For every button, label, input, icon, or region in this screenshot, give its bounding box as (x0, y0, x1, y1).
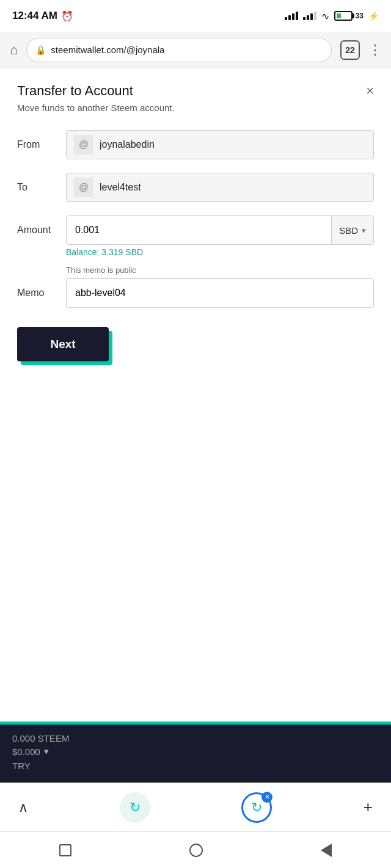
amount-label: Amount (17, 225, 66, 236)
memo-label: Memo (17, 288, 66, 298)
home-icon[interactable]: ⌂ (10, 42, 18, 58)
nav-refresh-icon-2: ↻ (251, 800, 262, 816)
memo-input[interactable] (66, 278, 374, 308)
memo-public-label: This memo is public (66, 266, 374, 275)
nav-close-badge: ✕ (261, 792, 272, 803)
from-input[interactable] (100, 139, 366, 150)
modal-subtitle: Move funds to another Steem account. (17, 103, 374, 113)
signal-bars-2 (303, 12, 316, 20)
bottom-usd-value: $0.000 ▾ (12, 746, 379, 757)
battery-icon (334, 11, 353, 21)
battery-group: 33 (334, 11, 364, 21)
memo-section: This memo is public Memo (17, 266, 374, 308)
to-label: To (17, 182, 66, 193)
modal-title: Transfer to Account (17, 83, 133, 99)
tab-count[interactable]: 22 (340, 40, 360, 60)
nav-arrow-up-icon[interactable]: ∧ (18, 800, 28, 816)
nav-refresh-icon-1: ↻ (130, 800, 141, 816)
bottom-wallet-section: 0.000 STEEM $0.000 ▾ TRY (0, 722, 391, 783)
teal-bar (0, 722, 391, 725)
battery-percent: 33 (356, 12, 364, 20)
phone-nav-square-icon[interactable] (59, 844, 71, 856)
signal-bars-1 (285, 12, 298, 20)
try-label: TRY (12, 761, 379, 771)
url-bar[interactable]: 🔒 steemitwallet.com/@joynala (26, 38, 332, 62)
phone-nav-home-icon[interactable] (189, 844, 203, 857)
nav-circle-2-button[interactable]: ↻ ✕ (241, 792, 272, 823)
from-label: From (17, 139, 66, 150)
nav-plus-icon[interactable]: + (364, 798, 373, 817)
wifi-icon: ∿ (321, 10, 329, 22)
phone-nav-bar (0, 831, 391, 868)
amount-section: Amount SBD ▾ Balance: 3.319 SBD (17, 215, 374, 257)
status-right-icons: ∿ 33 ⚡ (285, 10, 379, 22)
time-display: 12:44 AM (12, 10, 57, 22)
from-input-wrapper: @ (66, 130, 374, 159)
amount-row: Amount SBD ▾ (17, 215, 374, 245)
lock-icon: 🔒 (35, 45, 46, 55)
modal-header: Transfer to Account × (17, 83, 374, 99)
chevron-down-icon: ▾ (362, 226, 366, 235)
alarm-icon: ⏰ (61, 10, 73, 22)
to-input-wrapper: @ (66, 173, 374, 202)
menu-dots-icon[interactable]: ⋮ (368, 42, 381, 58)
phone-nav-back-icon[interactable] (321, 844, 332, 857)
from-at-symbol: @ (74, 135, 93, 154)
amount-input[interactable] (67, 225, 331, 236)
chevron-usd-icon: ▾ (44, 746, 49, 757)
currency-label: SBD (339, 225, 358, 236)
next-button-container: Next (17, 327, 109, 361)
to-input[interactable] (100, 182, 366, 193)
next-button[interactable]: Next (17, 327, 109, 361)
close-button[interactable]: × (366, 84, 374, 98)
amount-input-wrap: SBD ▾ (66, 215, 374, 245)
to-at-symbol: @ (74, 178, 93, 197)
url-text: steemitwallet.com/@joynala (51, 45, 164, 55)
memo-row: Memo (17, 278, 374, 308)
nav-circle-1-button[interactable]: ↻ (120, 792, 150, 823)
balance-display: Balance: 3.319 SBD (66, 247, 374, 257)
browser-bottom-nav: ∧ ↻ ↻ ✕ + (0, 783, 391, 831)
status-time: 12:44 AM ⏰ (12, 10, 73, 22)
from-row: From @ (17, 130, 374, 159)
browser-bar: ⌂ 🔒 steemitwallet.com/@joynala 22 ⋮ (0, 32, 391, 68)
status-bar: 12:44 AM ⏰ ∿ 33 (0, 0, 391, 32)
currency-select[interactable]: SBD ▾ (331, 216, 373, 244)
bottom-steem-value: 0.000 STEEM (12, 733, 379, 743)
to-row: To @ (17, 173, 374, 202)
bolt-icon: ⚡ (368, 11, 379, 21)
transfer-modal: Transfer to Account × Move funds to anot… (0, 68, 391, 380)
